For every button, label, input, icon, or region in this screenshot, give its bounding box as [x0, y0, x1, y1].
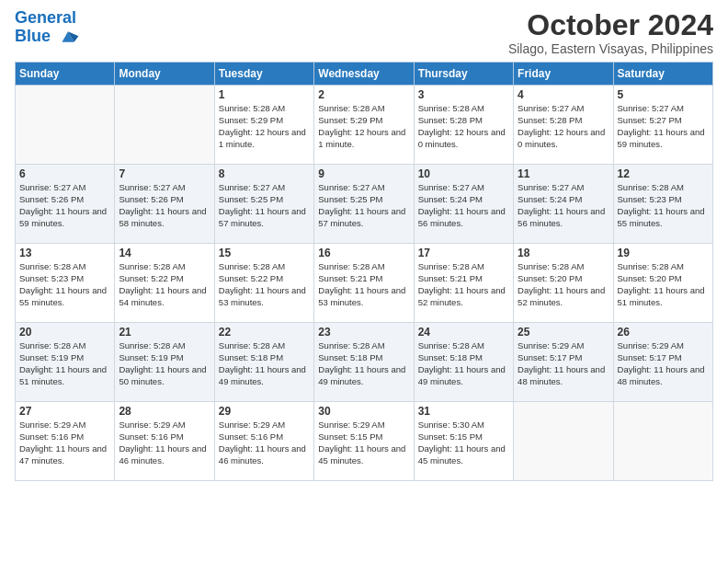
logo-text: General [15, 9, 79, 28]
calendar-cell: 3 Sunrise: 5:28 AMSunset: 5:28 PMDayligh… [414, 86, 513, 165]
day-number: 27 [19, 405, 110, 418]
calendar-cell: 13 Sunrise: 5:28 AMSunset: 5:23 PMDaylig… [16, 244, 115, 323]
calendar-cell: 28 Sunrise: 5:29 AMSunset: 5:16 PMDaylig… [115, 402, 214, 481]
day-number: 2 [318, 88, 409, 101]
calendar-cell: 17 Sunrise: 5:28 AMSunset: 5:21 PMDaylig… [414, 244, 513, 323]
day-number: 30 [318, 405, 409, 418]
day-info: Sunrise: 5:28 AMSunset: 5:28 PMDaylight:… [418, 103, 509, 150]
calendar-cell: 31 Sunrise: 5:30 AMSunset: 5:15 PMDaylig… [414, 402, 513, 481]
calendar-header-monday: Monday [115, 63, 214, 86]
day-number: 4 [518, 88, 609, 101]
page: General Blue October 2024 Silago, Easter… [0, 0, 728, 563]
day-info: Sunrise: 5:28 AMSunset: 5:23 PMDaylight:… [19, 261, 110, 308]
day-number: 20 [19, 326, 110, 339]
day-number: 11 [518, 167, 609, 180]
calendar-header-sunday: Sunday [16, 63, 115, 86]
calendar-cell: 19 Sunrise: 5:28 AMSunset: 5:20 PMDaylig… [613, 244, 712, 323]
day-number: 17 [418, 247, 509, 259]
calendar-cell: 22 Sunrise: 5:28 AMSunset: 5:18 PMDaylig… [214, 323, 313, 402]
day-number: 14 [119, 247, 210, 259]
day-info: Sunrise: 5:30 AMSunset: 5:15 PMDaylight:… [418, 419, 509, 466]
calendar-cell [613, 402, 712, 481]
calendar-week-5: 27 Sunrise: 5:29 AMSunset: 5:16 PMDaylig… [16, 402, 713, 481]
day-info: Sunrise: 5:28 AMSunset: 5:29 PMDaylight:… [219, 103, 310, 150]
calendar-header-thursday: Thursday [414, 63, 513, 86]
day-info: Sunrise: 5:28 AMSunset: 5:21 PMDaylight:… [318, 261, 409, 308]
day-number: 24 [418, 326, 509, 339]
day-number: 13 [19, 247, 110, 259]
calendar-cell: 16 Sunrise: 5:28 AMSunset: 5:21 PMDaylig… [314, 244, 414, 323]
calendar-header-wednesday: Wednesday [314, 63, 414, 86]
day-number: 18 [518, 247, 609, 259]
calendar-cell: 25 Sunrise: 5:29 AMSunset: 5:17 PMDaylig… [514, 323, 613, 402]
day-number: 6 [19, 167, 110, 180]
day-number: 16 [318, 247, 409, 259]
calendar-cell [514, 402, 613, 481]
calendar-cell: 8 Sunrise: 5:27 AMSunset: 5:25 PMDayligh… [214, 165, 313, 244]
calendar-header-row: SundayMondayTuesdayWednesdayThursdayFrid… [16, 63, 713, 86]
day-number: 12 [618, 167, 709, 180]
day-info: Sunrise: 5:27 AMSunset: 5:28 PMDaylight:… [518, 103, 609, 150]
day-info: Sunrise: 5:27 AMSunset: 5:26 PMDaylight:… [119, 182, 210, 229]
day-number: 25 [518, 326, 609, 339]
day-number: 31 [418, 405, 509, 418]
day-number: 15 [219, 247, 310, 259]
day-number: 26 [618, 326, 709, 339]
day-info: Sunrise: 5:29 AMSunset: 5:17 PMDaylight:… [618, 340, 709, 387]
calendar-cell: 26 Sunrise: 5:29 AMSunset: 5:17 PMDaylig… [613, 323, 712, 402]
location-subtitle: Silago, Eastern Visayas, Philippines [508, 41, 713, 56]
header: General Blue October 2024 Silago, Easter… [15, 9, 713, 56]
calendar-cell: 20 Sunrise: 5:28 AMSunset: 5:19 PMDaylig… [16, 323, 115, 402]
day-number: 22 [219, 326, 310, 339]
calendar-cell: 4 Sunrise: 5:27 AMSunset: 5:28 PMDayligh… [514, 86, 613, 165]
month-title: October 2024 [508, 9, 713, 41]
day-info: Sunrise: 5:27 AMSunset: 5:25 PMDaylight:… [219, 182, 310, 229]
calendar-cell: 30 Sunrise: 5:29 AMSunset: 5:15 PMDaylig… [314, 402, 414, 481]
day-info: Sunrise: 5:27 AMSunset: 5:26 PMDaylight:… [19, 182, 110, 229]
calendar-cell: 6 Sunrise: 5:27 AMSunset: 5:26 PMDayligh… [16, 165, 115, 244]
calendar-cell: 11 Sunrise: 5:27 AMSunset: 5:24 PMDaylig… [514, 165, 613, 244]
calendar-cell: 2 Sunrise: 5:28 AMSunset: 5:29 PMDayligh… [314, 86, 414, 165]
day-info: Sunrise: 5:29 AMSunset: 5:16 PMDaylight:… [19, 419, 110, 466]
calendar-cell: 23 Sunrise: 5:28 AMSunset: 5:18 PMDaylig… [314, 323, 414, 402]
calendar-cell: 14 Sunrise: 5:28 AMSunset: 5:22 PMDaylig… [115, 244, 214, 323]
logo-text-2: Blue [15, 28, 79, 46]
calendar-table: SundayMondayTuesdayWednesdayThursdayFrid… [15, 62, 713, 481]
day-info: Sunrise: 5:28 AMSunset: 5:18 PMDaylight:… [418, 340, 509, 387]
day-info: Sunrise: 5:27 AMSunset: 5:24 PMDaylight:… [518, 182, 609, 229]
day-info: Sunrise: 5:29 AMSunset: 5:17 PMDaylight:… [518, 340, 609, 387]
day-info: Sunrise: 5:27 AMSunset: 5:25 PMDaylight:… [318, 182, 409, 229]
calendar-cell [115, 86, 214, 165]
day-info: Sunrise: 5:28 AMSunset: 5:29 PMDaylight:… [318, 103, 409, 150]
day-number: 23 [318, 326, 409, 339]
calendar-header-friday: Friday [514, 63, 613, 86]
calendar-cell: 24 Sunrise: 5:28 AMSunset: 5:18 PMDaylig… [414, 323, 513, 402]
day-info: Sunrise: 5:27 AMSunset: 5:24 PMDaylight:… [418, 182, 509, 229]
day-info: Sunrise: 5:28 AMSunset: 5:20 PMDaylight:… [618, 261, 709, 308]
calendar-cell: 21 Sunrise: 5:28 AMSunset: 5:19 PMDaylig… [115, 323, 214, 402]
day-info: Sunrise: 5:28 AMSunset: 5:18 PMDaylight:… [318, 340, 409, 387]
day-info: Sunrise: 5:27 AMSunset: 5:27 PMDaylight:… [618, 103, 709, 150]
day-info: Sunrise: 5:29 AMSunset: 5:16 PMDaylight:… [119, 419, 210, 466]
calendar-cell: 27 Sunrise: 5:29 AMSunset: 5:16 PMDaylig… [16, 402, 115, 481]
day-info: Sunrise: 5:29 AMSunset: 5:15 PMDaylight:… [318, 419, 409, 466]
calendar-header-saturday: Saturday [613, 63, 712, 86]
title-block: October 2024 Silago, Eastern Visayas, Ph… [508, 9, 713, 56]
calendar-cell: 29 Sunrise: 5:29 AMSunset: 5:16 PMDaylig… [214, 402, 313, 481]
calendar-cell [16, 86, 115, 165]
calendar-week-2: 6 Sunrise: 5:27 AMSunset: 5:26 PMDayligh… [16, 165, 713, 244]
calendar-cell: 10 Sunrise: 5:27 AMSunset: 5:24 PMDaylig… [414, 165, 513, 244]
day-info: Sunrise: 5:28 AMSunset: 5:21 PMDaylight:… [418, 261, 509, 308]
day-info: Sunrise: 5:28 AMSunset: 5:22 PMDaylight:… [119, 261, 210, 308]
day-number: 5 [618, 88, 709, 101]
day-number: 3 [418, 88, 509, 101]
calendar-header-tuesday: Tuesday [214, 63, 313, 86]
day-number: 28 [119, 405, 210, 418]
day-number: 10 [418, 167, 509, 180]
calendar-cell: 5 Sunrise: 5:27 AMSunset: 5:27 PMDayligh… [613, 86, 712, 165]
day-number: 29 [219, 405, 310, 418]
calendar-cell: 7 Sunrise: 5:27 AMSunset: 5:26 PMDayligh… [115, 165, 214, 244]
logo-icon [57, 29, 79, 45]
calendar-week-1: 1 Sunrise: 5:28 AMSunset: 5:29 PMDayligh… [16, 86, 713, 165]
day-number: 21 [119, 326, 210, 339]
